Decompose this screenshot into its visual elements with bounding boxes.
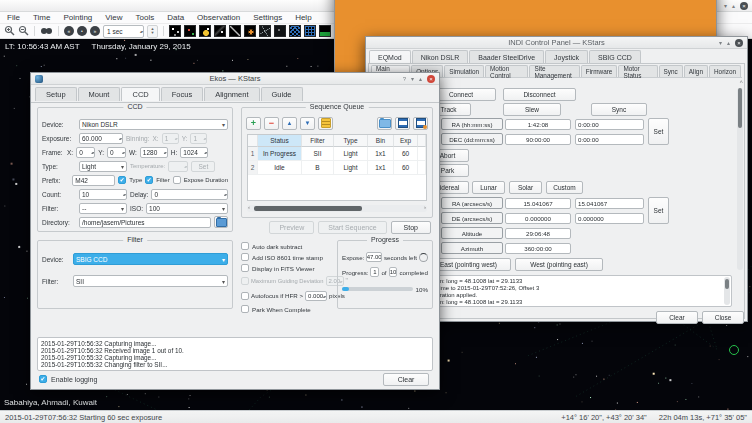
open-sequence-button[interactable]: [377, 117, 392, 130]
tab-ccd[interactable]: CCD: [121, 87, 159, 101]
cell-bin[interactable]: 1x1: [368, 147, 394, 161]
solar-system-toggle-icon[interactable]: [199, 25, 211, 37]
help-icon[interactable]: [403, 75, 406, 84]
tab-setup[interactable]: Setup: [35, 87, 77, 101]
cell-type[interactable]: Light: [334, 161, 368, 175]
cell-type[interactable]: Light: [334, 147, 368, 161]
cell-status[interactable]: In Progress: [258, 147, 302, 161]
cell-status[interactable]: Idle: [258, 161, 302, 175]
tab-motion-control[interactable]: Motion Control: [485, 65, 528, 77]
menu-tools[interactable]: Tools: [136, 13, 155, 22]
iso8601-checkbox[interactable]: [241, 253, 249, 261]
col-bin[interactable]: Bin: [368, 135, 394, 147]
sequence-hscrollbar[interactable]: [247, 205, 427, 212]
row-number[interactable]: 1: [248, 147, 258, 161]
count-spinbox[interactable]: 10: [79, 189, 127, 200]
close-icon[interactable]: [735, 39, 743, 47]
rate-set-button[interactable]: Set: [648, 197, 669, 224]
stop-button[interactable]: Stop: [391, 221, 431, 234]
close-icon[interactable]: [427, 75, 435, 83]
radec-set-button[interactable]: Set: [648, 118, 669, 145]
find-object-icon[interactable]: [40, 22, 53, 40]
exposure-spinbox[interactable]: 60.000: [79, 133, 123, 144]
save-sequence-as-button[interactable]: [413, 117, 428, 130]
filter-checkbox[interactable]: [145, 176, 153, 184]
menu-pointing[interactable]: Pointing: [63, 13, 92, 22]
cell-exp[interactable]: 60: [394, 147, 418, 161]
lunar-button[interactable]: Lunar: [472, 181, 505, 194]
prefix-input[interactable]: M42: [72, 175, 115, 186]
cell-bin[interactable]: 1x1: [368, 161, 394, 175]
indi-log-view[interactable]: ation: long = 48.1008 lat = 29.1133 C Ti…: [426, 275, 732, 307]
filter-wheel-select[interactable]: SII: [73, 275, 228, 287]
menu-view[interactable]: View: [105, 13, 122, 22]
constellation-names-toggle-icon[interactable]: [274, 25, 286, 37]
edit-job-button[interactable]: [318, 117, 333, 130]
zoom-out-icon[interactable]: [18, 22, 29, 40]
maximize-icon[interactable]: [419, 75, 422, 84]
tab-guide[interactable]: Guide: [261, 87, 303, 101]
cell-filter[interactable]: SII: [302, 147, 334, 161]
tab-focus[interactable]: Focus: [161, 87, 203, 101]
col-exp[interactable]: Exp: [394, 135, 418, 147]
pier-west-button[interactable]: West (pointing east): [515, 258, 603, 271]
solar-button[interactable]: Solar: [509, 181, 542, 194]
tab-horizon[interactable]: Horizon: [709, 65, 741, 77]
sync-button[interactable]: Sync: [591, 103, 647, 116]
frame-x-spinbox[interactable]: 0: [76, 147, 95, 158]
deep-sky-toggle-icon[interactable]: [184, 25, 196, 37]
dec-input[interactable]: 0:00:00: [575, 134, 644, 145]
park-when-complete-checkbox[interactable]: [241, 305, 249, 313]
disconnect-button[interactable]: Disconnect: [503, 88, 576, 101]
enable-logging-checkbox[interactable]: [39, 375, 47, 383]
filter-device-select[interactable]: SBIG CCD: [73, 253, 228, 265]
col-type[interactable]: Type: [334, 135, 368, 147]
stars-toggle-icon[interactable]: [169, 25, 181, 37]
menu-observation[interactable]: Observation: [197, 13, 240, 22]
move-job-down-button[interactable]: ▼: [300, 117, 315, 130]
menu-file[interactable]: File: [7, 13, 20, 22]
autofocus-hfr-checkbox[interactable]: [241, 292, 249, 300]
custom-button[interactable]: Custom: [546, 181, 583, 194]
ekos-clear-button[interactable]: Clear: [383, 373, 429, 386]
indi-page-scrollbar[interactable]: [737, 88, 743, 270]
ra-rate-input[interactable]: 15.041067: [575, 198, 644, 209]
tab-nikon-dslr[interactable]: Nikon DSLR: [412, 50, 469, 63]
satellites-toggle-icon[interactable]: [229, 25, 241, 37]
ra-input[interactable]: 0:00:00: [575, 119, 644, 130]
maximize-icon[interactable]: [732, 2, 735, 11]
slew-button[interactable]: Slew: [503, 103, 561, 116]
tab-sbig-ccd[interactable]: SBIG CCD: [589, 50, 641, 63]
hfr-spinbox[interactable]: 0.000: [305, 291, 327, 301]
indi-close-button[interactable]: Close: [702, 311, 744, 324]
menu-data[interactable]: Data: [167, 13, 184, 22]
tab-sync[interactable]: Sync: [659, 65, 683, 77]
constellation-lines-toggle-icon[interactable]: [259, 25, 271, 37]
iso-select[interactable]: 100: [146, 203, 228, 214]
time-set-icon[interactable]: [77, 26, 87, 36]
tab-alignment[interactable]: Alignment: [204, 87, 259, 101]
ccd-device-select[interactable]: Nikon DSLR: [79, 119, 228, 130]
coordinate-grid-toggle-icon[interactable]: [304, 25, 316, 37]
de-rate-input[interactable]: 0.000000: [575, 213, 644, 224]
indi-clear-button[interactable]: Clear: [656, 311, 698, 324]
zoom-in-icon[interactable]: [4, 22, 15, 40]
tab-simulation[interactable]: Simulation: [444, 65, 484, 77]
directory-input[interactable]: /home/jasem/Pictures: [79, 217, 211, 228]
time-forward-icon[interactable]: [90, 26, 100, 36]
row-number[interactable]: 2: [248, 161, 258, 175]
tab-mount[interactable]: Mount: [78, 87, 121, 101]
expose-duration-checkbox[interactable]: [173, 176, 181, 184]
tab-motor-status[interactable]: Motor Status: [618, 65, 657, 77]
maximize-icon[interactable]: [727, 39, 730, 48]
time-step-input[interactable]: 1 sec: [103, 25, 144, 38]
cell-exp[interactable]: 60: [394, 161, 418, 175]
delay-spinbox[interactable]: 0: [151, 189, 228, 200]
filter-select[interactable]: --: [79, 203, 127, 214]
ekos-log-view[interactable]: 2015-01-29T10:56:32 Capturing image... 2…: [37, 337, 433, 371]
time-backward-icon[interactable]: [64, 26, 74, 36]
supernovae-toggle-icon[interactable]: [244, 25, 256, 37]
tab-joystick[interactable]: Joystick: [545, 50, 588, 63]
tab-baader-steeldrive[interactable]: Baader SteelDrive: [469, 50, 544, 63]
scroll-up-icon[interactable]: ˄: [739, 78, 743, 87]
